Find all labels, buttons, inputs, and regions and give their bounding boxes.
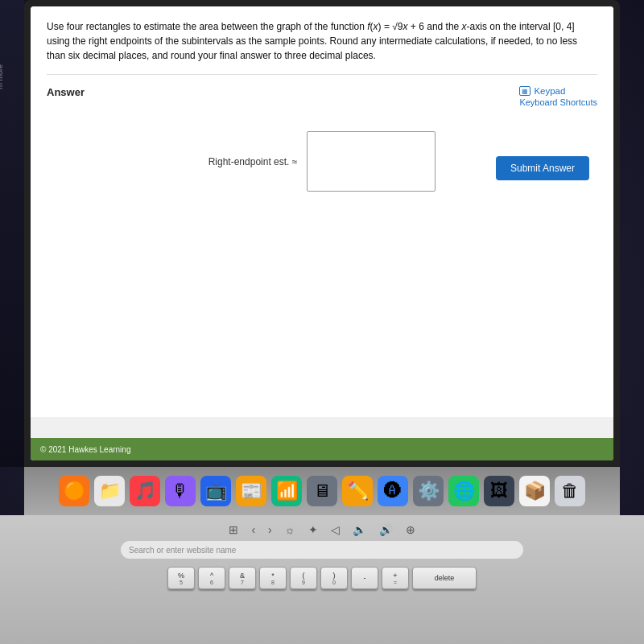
ctrl-icon-forward[interactable]: › xyxy=(268,523,272,536)
keyboard-area: ⊞ ‹ › ☼ ✦ ◁ 🔈 🔊 ⊕ Search or enter websit… xyxy=(0,515,644,644)
laptop-body: rn more Use four rectangles to estimate … xyxy=(0,0,644,644)
key-lparen[interactable]: (9 xyxy=(290,567,317,589)
dock-icon-news[interactable]: 📰 xyxy=(236,476,266,506)
dock-icon-finder[interactable]: 🟠 xyxy=(59,476,89,506)
problem-text: Use four rectangles to estimate the area… xyxy=(47,19,594,63)
control-icons-row: ⊞ ‹ › ☼ ✦ ◁ 🔈 🔊 ⊕ xyxy=(229,523,415,536)
key-plus[interactable]: += xyxy=(382,567,409,589)
key-percent[interactable]: %5 xyxy=(167,567,195,589)
dock-icon-music[interactable]: 🎵 xyxy=(130,476,160,506)
input-label: Right-endpoint est. ≈ xyxy=(208,156,298,167)
dock-icon-pages[interactable]: ✏️ xyxy=(342,476,373,506)
key-delete[interactable]: delete xyxy=(412,567,477,589)
screen: Use four rectangles to estimate the area… xyxy=(31,6,613,460)
key-asterisk[interactable]: *8 xyxy=(259,567,287,589)
key-ampersand[interactable]: &7 xyxy=(229,567,256,589)
dock: 🟠 📁 🎵 🎙 📺 📰 📶 🖥 ✏️ 🅐 ⚙️ 🌐 🖼 📦 🗑 xyxy=(24,467,620,515)
dock-icon-trash[interactable]: 🗑 xyxy=(555,476,585,506)
dock-icon-appstore[interactable]: 🅐 xyxy=(378,476,408,506)
ctrl-icon-play[interactable]: ◁ xyxy=(331,523,340,536)
dock-icon-preview[interactable]: 🖼 xyxy=(484,476,514,506)
answer-label: Answer xyxy=(47,86,85,98)
answer-section: Answer ▦ Keypad Keyboard Shortcuts Right… xyxy=(47,86,597,192)
sidebar-decoration: rn more xyxy=(0,64,4,89)
address-bar[interactable]: Search or enter website name xyxy=(121,541,523,559)
dock-icon-settings[interactable]: ⚙️ xyxy=(413,476,444,506)
dock-icon-files[interactable]: 📁 xyxy=(94,476,125,506)
answer-input-box[interactable] xyxy=(307,131,436,192)
keypad-icon: ▦ xyxy=(519,86,530,96)
answer-header: Answer ▦ Keypad Keyboard Shortcuts xyxy=(47,86,597,107)
ctrl-icon-vol-up[interactable]: 🔊 xyxy=(379,523,393,536)
ctrl-icon-vol-down[interactable]: 🔈 xyxy=(353,523,366,536)
dock-icon-tv[interactable]: 📺 xyxy=(200,476,231,506)
dock-icon-podcasts[interactable]: 🎙 xyxy=(165,476,196,506)
content-area: Use four rectangles to estimate the area… xyxy=(31,6,613,417)
keypad-label: Keypad xyxy=(534,86,565,96)
keypad-shortcuts-area: ▦ Keypad Keyboard Shortcuts xyxy=(519,86,597,107)
ctrl-icon-brightness[interactable]: ☼ xyxy=(285,523,295,536)
copyright-text: © 2021 Hawkes Learning xyxy=(40,445,130,454)
left-sidebar: rn more xyxy=(0,0,24,467)
ctrl-icon-new-tab[interactable]: ⊞ xyxy=(229,523,238,536)
key-caret[interactable]: ^6 xyxy=(198,567,225,589)
dock-icon-stocks[interactable]: 📶 xyxy=(271,476,302,506)
address-text: Search or enter website name xyxy=(129,546,236,555)
key-minus[interactable]: - xyxy=(351,567,378,589)
section-divider xyxy=(47,74,597,75)
key-rparen[interactable]: )0 xyxy=(320,567,348,589)
dock-icon-display[interactable]: 🖥 xyxy=(307,476,337,506)
ctrl-icon-power[interactable]: ⊕ xyxy=(406,523,415,536)
dock-icon-chrome[interactable]: 🌐 xyxy=(448,476,479,506)
keyboard-row-1: %5 ^6 &7 *8 (9 )0 - += delete xyxy=(167,567,477,589)
submit-area: Submit Answer xyxy=(496,156,589,180)
footer-bar: © 2021 Hawkes Learning xyxy=(31,438,613,460)
dock-icon-roblox[interactable]: 📦 xyxy=(519,476,550,506)
ctrl-icon-back[interactable]: ‹ xyxy=(251,523,255,536)
screen-bezel: Use four rectangles to estimate the area… xyxy=(24,0,620,467)
keyboard-shortcuts-link[interactable]: Keyboard Shortcuts xyxy=(519,97,597,107)
keypad-button[interactable]: ▦ Keypad xyxy=(519,86,597,96)
submit-button[interactable]: Submit Answer xyxy=(496,156,589,180)
ctrl-icon-brightness2[interactable]: ✦ xyxy=(308,523,318,536)
